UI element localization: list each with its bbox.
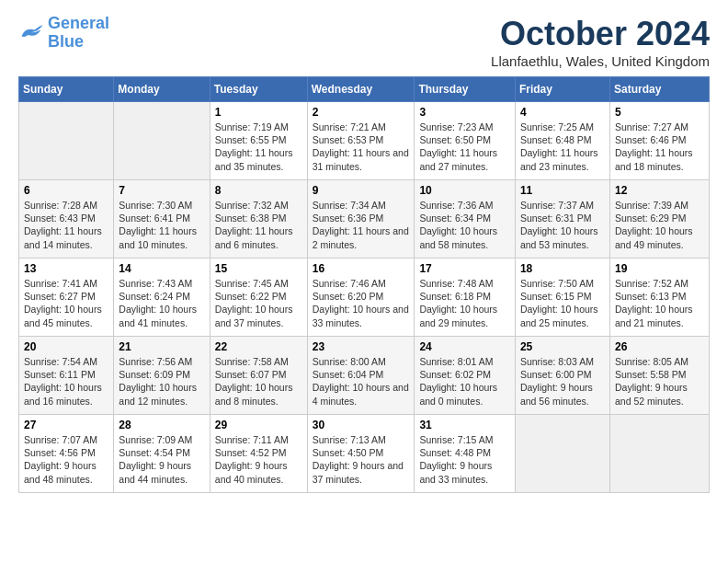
day-info: Sunrise: 8:00 AMSunset: 6:04 PMDaylight:…	[313, 355, 410, 408]
day-number: 18	[520, 262, 605, 275]
day-number: 24	[419, 340, 510, 353]
day-number: 6	[24, 184, 108, 197]
calendar-cell: 22Sunrise: 7:58 AMSunset: 6:07 PMDayligh…	[210, 337, 307, 415]
day-number: 26	[615, 340, 704, 353]
logo: General Blue	[18, 15, 109, 52]
day-number: 11	[520, 184, 605, 197]
day-info: Sunrise: 7:34 AMSunset: 6:36 PMDaylight:…	[313, 199, 410, 251]
day-number: 28	[119, 419, 204, 431]
day-info: Sunrise: 7:54 AMSunset: 6:11 PMDaylight:…	[24, 355, 108, 408]
calendar-cell	[19, 102, 114, 180]
day-of-week-header: Saturday	[609, 77, 709, 102]
day-info: Sunrise: 7:58 AMSunset: 6:07 PMDaylight:…	[215, 355, 302, 408]
calendar-cell: 25Sunrise: 8:03 AMSunset: 6:00 PMDayligh…	[515, 337, 609, 415]
day-number: 5	[615, 106, 704, 119]
calendar-cell	[609, 415, 709, 493]
day-info: Sunrise: 7:46 AMSunset: 6:20 PMDaylight:…	[313, 277, 410, 329]
day-number: 10	[419, 184, 510, 197]
day-number: 22	[215, 340, 302, 353]
day-info: Sunrise: 8:05 AMSunset: 5:58 PMDaylight:…	[615, 355, 704, 408]
calendar-cell	[114, 102, 210, 180]
day-number: 29	[215, 419, 302, 431]
calendar-cell: 11Sunrise: 7:37 AMSunset: 6:31 PMDayligh…	[515, 180, 609, 259]
day-info: Sunrise: 8:01 AMSunset: 6:02 PMDaylight:…	[419, 355, 510, 408]
calendar-cell: 15Sunrise: 7:45 AMSunset: 6:22 PMDayligh…	[210, 259, 307, 337]
calendar-cell: 21Sunrise: 7:56 AMSunset: 6:09 PMDayligh…	[114, 337, 210, 415]
day-number: 20	[24, 340, 108, 353]
calendar-cell: 19Sunrise: 7:52 AMSunset: 6:13 PMDayligh…	[609, 259, 709, 337]
day-number: 3	[419, 106, 510, 119]
day-info: Sunrise: 7:15 AMSunset: 4:48 PMDaylight:…	[419, 433, 510, 486]
calendar-cell: 8Sunrise: 7:32 AMSunset: 6:38 PMDaylight…	[210, 180, 307, 259]
day-of-week-header: Wednesday	[307, 77, 415, 102]
calendar-cell: 13Sunrise: 7:41 AMSunset: 6:27 PMDayligh…	[19, 259, 114, 337]
calendar-cell: 12Sunrise: 7:39 AMSunset: 6:29 PMDayligh…	[609, 180, 709, 259]
day-number: 30	[313, 419, 410, 431]
calendar-table: SundayMondayTuesdayWednesdayThursdayFrid…	[18, 76, 710, 493]
day-of-week-header: Friday	[515, 77, 609, 102]
day-info: Sunrise: 8:03 AMSunset: 6:00 PMDaylight:…	[520, 355, 605, 408]
calendar-cell: 30Sunrise: 7:13 AMSunset: 4:50 PMDayligh…	[307, 415, 415, 493]
day-number: 9	[313, 184, 410, 197]
day-info: Sunrise: 7:39 AMSunset: 6:29 PMDaylight:…	[615, 199, 704, 251]
day-info: Sunrise: 7:27 AMSunset: 6:46 PMDaylight:…	[615, 121, 704, 173]
day-info: Sunrise: 7:50 AMSunset: 6:15 PMDaylight:…	[520, 277, 605, 329]
calendar-cell: 4Sunrise: 7:25 AMSunset: 6:48 PMDaylight…	[515, 102, 609, 180]
day-number: 25	[520, 340, 605, 353]
day-info: Sunrise: 7:23 AMSunset: 6:50 PMDaylight:…	[419, 121, 510, 173]
day-number: 21	[119, 340, 204, 353]
day-info: Sunrise: 7:37 AMSunset: 6:31 PMDaylight:…	[520, 199, 605, 251]
calendar-cell: 29Sunrise: 7:11 AMSunset: 4:52 PMDayligh…	[210, 415, 307, 493]
day-info: Sunrise: 7:32 AMSunset: 6:38 PMDaylight:…	[215, 199, 302, 251]
day-number: 13	[24, 262, 108, 275]
calendar-cell: 28Sunrise: 7:09 AMSunset: 4:54 PMDayligh…	[114, 415, 210, 493]
calendar-cell: 18Sunrise: 7:50 AMSunset: 6:15 PMDayligh…	[515, 259, 609, 337]
day-number: 14	[119, 262, 204, 275]
day-number: 27	[24, 419, 108, 431]
calendar-cell: 31Sunrise: 7:15 AMSunset: 4:48 PMDayligh…	[415, 415, 516, 493]
calendar-cell: 24Sunrise: 8:01 AMSunset: 6:02 PMDayligh…	[415, 337, 516, 415]
calendar-cell: 1Sunrise: 7:19 AMSunset: 6:55 PMDaylight…	[210, 102, 307, 180]
calendar-cell: 17Sunrise: 7:48 AMSunset: 6:18 PMDayligh…	[415, 259, 516, 337]
day-number: 2	[313, 106, 410, 119]
day-of-week-header: Thursday	[415, 77, 516, 102]
calendar-cell: 26Sunrise: 8:05 AMSunset: 5:58 PMDayligh…	[609, 337, 709, 415]
calendar-cell: 10Sunrise: 7:36 AMSunset: 6:34 PMDayligh…	[415, 180, 516, 259]
location: Llanfaethlu, Wales, United Kingdom	[491, 53, 710, 69]
day-info: Sunrise: 7:52 AMSunset: 6:13 PMDaylight:…	[615, 277, 704, 329]
day-of-week-header: Tuesday	[210, 77, 307, 102]
calendar-cell: 20Sunrise: 7:54 AMSunset: 6:11 PMDayligh…	[19, 337, 114, 415]
day-info: Sunrise: 7:45 AMSunset: 6:22 PMDaylight:…	[215, 277, 302, 329]
day-info: Sunrise: 7:07 AMSunset: 4:56 PMDaylight:…	[24, 433, 108, 486]
day-number: 17	[419, 262, 510, 275]
day-number: 12	[615, 184, 704, 197]
logo-bird-icon	[18, 22, 44, 44]
day-info: Sunrise: 7:11 AMSunset: 4:52 PMDaylight:…	[215, 433, 302, 486]
calendar-cell: 3Sunrise: 7:23 AMSunset: 6:50 PMDaylight…	[415, 102, 516, 180]
logo-text: General Blue	[48, 15, 109, 52]
day-info: Sunrise: 7:25 AMSunset: 6:48 PMDaylight:…	[520, 121, 605, 173]
day-info: Sunrise: 7:28 AMSunset: 6:43 PMDaylight:…	[24, 199, 108, 251]
day-info: Sunrise: 7:30 AMSunset: 6:41 PMDaylight:…	[119, 199, 204, 251]
calendar-cell: 23Sunrise: 8:00 AMSunset: 6:04 PMDayligh…	[307, 337, 415, 415]
calendar-cell: 5Sunrise: 7:27 AMSunset: 6:46 PMDaylight…	[609, 102, 709, 180]
calendar-cell: 2Sunrise: 7:21 AMSunset: 6:53 PMDaylight…	[307, 102, 415, 180]
calendar-cell: 7Sunrise: 7:30 AMSunset: 6:41 PMDaylight…	[114, 180, 210, 259]
month-title: October 2024	[491, 15, 710, 53]
day-info: Sunrise: 7:43 AMSunset: 6:24 PMDaylight:…	[119, 277, 204, 329]
day-number: 7	[119, 184, 204, 197]
day-of-week-header: Sunday	[19, 77, 114, 102]
calendar-cell: 6Sunrise: 7:28 AMSunset: 6:43 PMDaylight…	[19, 180, 114, 259]
day-number: 19	[615, 262, 704, 275]
calendar-cell: 9Sunrise: 7:34 AMSunset: 6:36 PMDaylight…	[307, 180, 415, 259]
calendar-cell: 27Sunrise: 7:07 AMSunset: 4:56 PMDayligh…	[19, 415, 114, 493]
day-of-week-header: Monday	[114, 77, 210, 102]
day-info: Sunrise: 7:13 AMSunset: 4:50 PMDaylight:…	[313, 433, 410, 486]
day-number: 4	[520, 106, 605, 119]
day-info: Sunrise: 7:09 AMSunset: 4:54 PMDaylight:…	[119, 433, 204, 486]
day-number: 16	[313, 262, 410, 275]
day-info: Sunrise: 7:56 AMSunset: 6:09 PMDaylight:…	[119, 355, 204, 408]
calendar-cell: 16Sunrise: 7:46 AMSunset: 6:20 PMDayligh…	[307, 259, 415, 337]
logo-line1: General	[48, 14, 109, 32]
day-number: 23	[313, 340, 410, 353]
